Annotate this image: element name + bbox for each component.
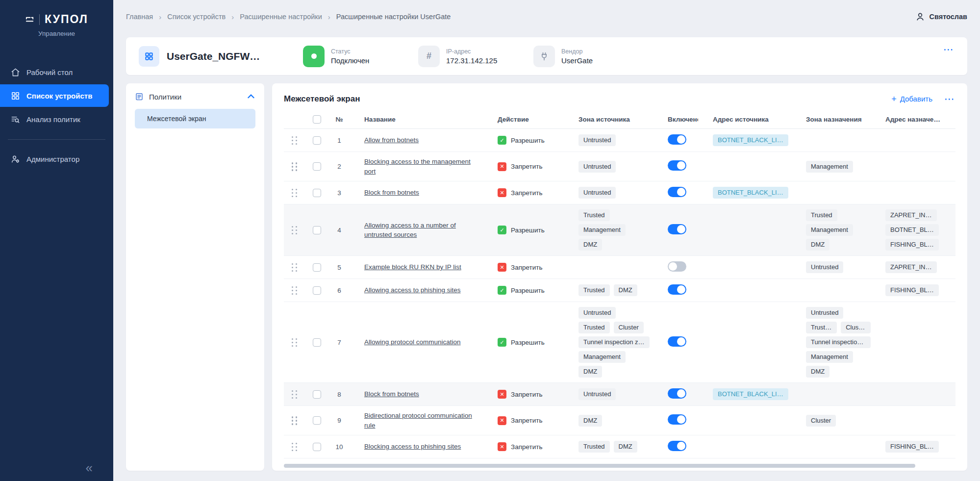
row-checkbox[interactable] xyxy=(313,162,321,171)
main-area: Главная › Список устройств › Расширенные… xyxy=(113,0,980,481)
zone-tag: Untrusted xyxy=(578,134,616,146)
rule-number: 8 xyxy=(329,391,350,398)
enabled-toggle[interactable] xyxy=(668,284,686,295)
drag-handle-icon[interactable] xyxy=(291,136,298,145)
action-label: Запретить xyxy=(511,163,542,170)
row-checkbox[interactable] xyxy=(313,136,321,145)
firewall-table-body: 1Allow from botnets✓РазрешитьUntrustedBO… xyxy=(284,129,955,458)
enabled-toggle[interactable] xyxy=(668,414,686,425)
allow-check-icon: ✓ xyxy=(498,338,506,347)
allow-check-icon: ✓ xyxy=(498,136,506,145)
zone-tag: DMZ xyxy=(578,366,602,378)
row-checkbox[interactable] xyxy=(313,338,321,347)
ip-label: IP-адрес xyxy=(446,48,497,55)
zone-tag: Trusted xyxy=(806,209,837,221)
policies-item-firewall[interactable]: Межсетевой экран xyxy=(135,109,255,128)
breadcrumb-item[interactable]: Расширенные настройки xyxy=(240,13,322,21)
firewall-panel-header: Межсетевой экран + Добавить ⋯ xyxy=(272,83,967,110)
rule-name-link[interactable]: Allowing access to phishing sites xyxy=(364,285,468,295)
rule-name-link[interactable]: Blocking access to the management port xyxy=(364,157,483,176)
policies-title: Политики xyxy=(149,93,241,101)
drag-handle-icon[interactable] xyxy=(291,442,298,452)
zone-tag: Management xyxy=(578,351,626,363)
row-checkbox[interactable] xyxy=(313,390,321,399)
action-label: Разрешить xyxy=(511,137,545,144)
row-checkbox[interactable] xyxy=(313,443,321,451)
breadcrumb-item[interactable]: Главная xyxy=(126,13,153,21)
drag-handle-icon[interactable] xyxy=(291,286,298,295)
plus-icon: + xyxy=(891,95,897,103)
add-rule-button[interactable]: + Добавить xyxy=(891,95,932,103)
rule-name-link[interactable]: Block from botnets xyxy=(364,389,426,399)
action-label: Разрешить xyxy=(511,287,545,294)
zone-tag: Trusted xyxy=(578,209,610,221)
allow-check-icon: ✓ xyxy=(498,286,506,295)
row-checkbox[interactable] xyxy=(313,189,321,197)
rule-name-link[interactable]: Allowing protocol communication xyxy=(364,337,468,347)
sidebar-item-desktop[interactable]: Рабочий стол xyxy=(0,61,113,83)
column-header-enabled: Включено xyxy=(653,116,698,123)
column-header-dst-address: Адрес назначения xyxy=(871,116,967,123)
status-dot-icon xyxy=(311,53,317,59)
row-checkbox[interactable] xyxy=(313,263,321,272)
logo-divider xyxy=(39,14,40,25)
deny-cross-icon: ✕ xyxy=(498,416,506,425)
topbar: Главная › Список устройств › Расширенные… xyxy=(126,0,967,33)
sidebar-item-label: Список устройств xyxy=(26,92,92,100)
row-checkbox[interactable] xyxy=(313,226,321,234)
sidebar-item-policy-analysis[interactable]: Анализ политик xyxy=(0,108,113,130)
sidebar-item-administrator[interactable]: Администратор xyxy=(0,148,113,170)
scrollbar-thumb[interactable] xyxy=(284,464,915,468)
vendor-label: Вендор xyxy=(561,48,593,55)
drag-handle-icon[interactable] xyxy=(291,226,298,235)
row-checkbox[interactable] xyxy=(313,286,321,295)
breadcrumb-item[interactable]: Список устройств xyxy=(167,13,226,21)
user-menu[interactable]: Святослав xyxy=(915,12,967,22)
enabled-toggle[interactable] xyxy=(668,388,686,399)
device-more-menu-icon[interactable]: ⋯ xyxy=(943,44,955,54)
column-header-name: Название xyxy=(350,116,483,123)
drag-handle-icon[interactable] xyxy=(291,416,298,425)
app-subtitle: Управление xyxy=(0,30,113,37)
enabled-toggle[interactable] xyxy=(668,224,686,234)
zone-tag: Untrusted xyxy=(578,307,616,319)
vendor-plug-icon xyxy=(533,46,555,67)
chevron-up-icon[interactable] xyxy=(247,92,255,101)
firewall-rule-row: 5Example block RU RKN by IP list✕Запрети… xyxy=(284,256,955,279)
zone-tag: Tunnel inspection z… xyxy=(578,336,650,348)
admin-icon xyxy=(11,154,20,164)
firewall-more-menu-icon[interactable]: ⋯ xyxy=(944,94,955,104)
address-tag: ZAPRET_IN… xyxy=(885,209,937,221)
rule-name-link[interactable]: Block from botnets xyxy=(364,188,426,198)
enabled-toggle[interactable] xyxy=(668,261,686,272)
sidebar-item-label: Анализ политик xyxy=(26,115,80,124)
drag-handle-icon[interactable] xyxy=(291,338,298,347)
enabled-toggle[interactable] xyxy=(668,441,686,451)
select-all-checkbox[interactable] xyxy=(313,115,321,124)
drag-handle-icon[interactable] xyxy=(291,390,298,399)
drag-handle-icon[interactable] xyxy=(291,162,298,171)
rule-name-link[interactable]: Blocking access to phishing sites xyxy=(364,442,468,452)
deny-cross-icon: ✕ xyxy=(498,162,506,171)
zone-tag: Untrusted xyxy=(578,388,616,400)
action-label: Запретить xyxy=(511,443,542,451)
firewall-rule-row: 10Blocking access to phishing sites✕Запр… xyxy=(284,435,955,458)
rule-name-link[interactable]: Allow from botnets xyxy=(364,135,426,145)
rule-name-link[interactable]: Allowing access to a number of untrusted… xyxy=(364,221,483,240)
row-checkbox[interactable] xyxy=(313,416,321,425)
enabled-toggle[interactable] xyxy=(668,160,686,171)
drag-handle-icon[interactable] xyxy=(291,188,298,198)
enabled-toggle[interactable] xyxy=(668,336,686,347)
rule-name-link[interactable]: Bidirectional protocol communication rul… xyxy=(364,411,483,430)
drag-handle-icon[interactable] xyxy=(291,263,298,272)
rule-name-link[interactable]: Example block RU RKN by IP list xyxy=(364,262,468,272)
sidebar-collapse-button[interactable]: « xyxy=(86,461,93,474)
column-header-src-zone: Зона источника xyxy=(564,116,653,123)
device-grid-icon xyxy=(139,46,159,67)
sidebar-item-devices[interactable]: Список устройств xyxy=(0,84,109,107)
enabled-toggle[interactable] xyxy=(668,187,686,197)
deny-cross-icon: ✕ xyxy=(498,188,506,197)
enabled-toggle[interactable] xyxy=(668,134,686,145)
grid-icon xyxy=(11,91,20,101)
deny-cross-icon: ✕ xyxy=(498,263,506,272)
